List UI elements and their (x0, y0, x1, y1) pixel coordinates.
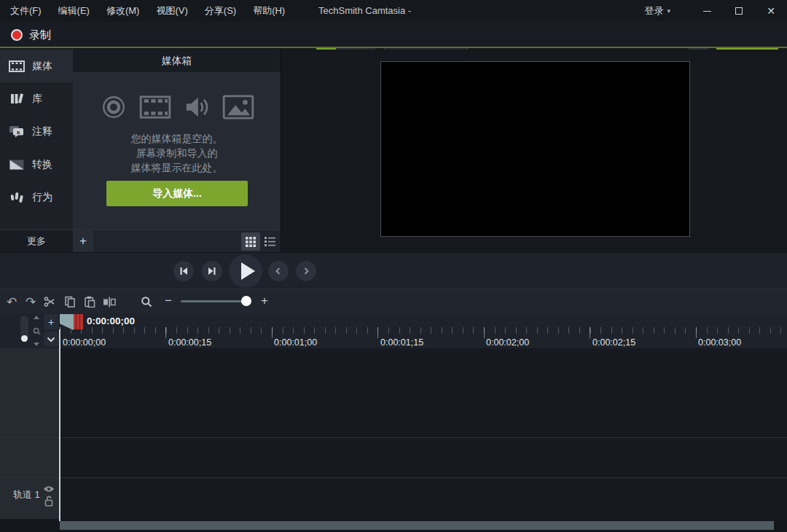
camtasia-window: 文件(F) 编辑(E) 修改(M) 视图(V) 分享(S) 帮助(H) Tech… (0, 0, 787, 532)
image-icon (222, 95, 254, 120)
more-label: 更多 (27, 235, 46, 248)
preview-canvas (380, 61, 690, 237)
ruler-label-2: 0:00:01;00 (274, 337, 317, 348)
audio-icon (183, 94, 211, 120)
undo-button[interactable]: ↶ (2, 289, 21, 314)
menu-modify[interactable]: 修改(M) (106, 4, 140, 17)
redo-icon: ↷ (26, 294, 36, 310)
record-circle-icon (100, 93, 128, 121)
media-bin-panel: 媒体箱 您的媒体箱是空的。 屏幕录制和导入的 媒体将显示在此处。 导入媒体...… (73, 50, 281, 252)
decrease-track-height-icon[interactable] (34, 343, 39, 346)
annotations-icon: a (8, 125, 26, 138)
import-media-label: 导入媒体... (152, 187, 202, 200)
menu-view[interactable]: 视图(V) (156, 4, 187, 17)
ruler-major-ticks (60, 327, 787, 338)
add-media-button[interactable]: + (73, 230, 93, 252)
empty-text-line3: 媒体将显示在此处。 (73, 160, 281, 175)
play-button[interactable] (229, 254, 262, 288)
timeline-zoom-out-button[interactable]: − (160, 289, 177, 313)
split-icon (103, 297, 116, 308)
main-area: 媒体 库 a 注释 转换 (0, 50, 787, 252)
sidebar-item-annotations[interactable]: a 注释 (0, 115, 73, 148)
collapse-tracks-button[interactable] (44, 332, 58, 347)
play-icon (241, 262, 255, 280)
canvas-area (281, 50, 787, 252)
import-media-button[interactable]: 导入媒体... (106, 181, 248, 206)
track-divider (0, 477, 787, 478)
login-button[interactable]: 登录 ▾ (644, 0, 670, 22)
horizontal-scrollbar (0, 519, 787, 532)
eye-icon (43, 485, 55, 493)
filmstrip-icon (139, 95, 171, 120)
lock-open-icon (44, 496, 53, 506)
media-bin-empty-text: 您的媒体箱是空的。 屏幕录制和导入的 媒体将显示在此处。 (73, 131, 281, 175)
playhead-grip[interactable] (74, 314, 83, 329)
sidebar-more-button[interactable]: 更多 (0, 230, 73, 252)
ruler-strip[interactable]: 0:00:00;00 0:00:00;15 0:00:01;00 0:00:01… (60, 313, 787, 348)
track-height-handle[interactable] (21, 335, 28, 342)
ruler-label-1: 0:00:00;15 (168, 337, 211, 348)
timeline-zoom-handle[interactable] (241, 296, 251, 306)
track1-lock-toggle[interactable] (44, 496, 53, 506)
transitions-icon (8, 160, 26, 170)
timeline-zoom-in-button[interactable]: + (256, 289, 273, 313)
minimize-button[interactable] (691, 0, 723, 22)
sidebar-item-behaviors[interactable]: 行为 (0, 181, 73, 214)
ruler-label-3: 0:00:01;15 (380, 337, 423, 348)
main-toolbar: 录制 22% 分享 (0, 22, 787, 48)
menu-help[interactable]: 帮助(H) (253, 4, 285, 17)
toolbar-accent-line (0, 47, 787, 48)
step-forward-icon (208, 267, 216, 275)
menu-file[interactable]: 文件(F) (10, 4, 42, 17)
step-back-button[interactable] (173, 261, 194, 281)
caret-down-icon: ▾ (667, 7, 670, 15)
timeline-tracks: 轨道 1 (0, 348, 787, 519)
paste-button[interactable] (80, 289, 99, 314)
maximize-icon (735, 7, 743, 15)
library-icon (8, 93, 26, 105)
ruler-label-4: 0:00:02;00 (486, 337, 529, 348)
sidebar-item-transitions[interactable]: 转换 (0, 148, 73, 181)
record-label: 录制 (29, 28, 51, 42)
track1-visibility-toggle[interactable] (43, 485, 55, 493)
minimize-icon (703, 11, 711, 12)
maximize-button[interactable] (723, 0, 755, 22)
playhead-line[interactable] (59, 329, 60, 521)
sidebar: 媒体 库 a 注释 转换 (0, 50, 73, 252)
split-button[interactable] (100, 289, 119, 314)
timeline-left-controls: + (0, 313, 60, 348)
menu-edit[interactable]: 编辑(E) (58, 4, 90, 17)
magnifier-icon (141, 296, 152, 308)
empty-text-line1: 您的媒体箱是空的。 (73, 131, 281, 146)
ruler-label-6: 0:00:03;00 (698, 337, 741, 348)
track1-name[interactable]: 轨道 1 (13, 488, 40, 501)
cut-icon (44, 296, 55, 308)
sidebar-item-media[interactable]: 媒体 (0, 50, 73, 82)
jump-forward-button[interactable] (296, 261, 316, 281)
list-view-icon (265, 237, 275, 246)
timeline-zoom-slider[interactable] (181, 300, 249, 302)
cut-button[interactable] (40, 289, 59, 314)
copy-button[interactable] (60, 289, 79, 314)
increase-track-height-icon[interactable] (34, 316, 39, 319)
playback-bar: 00:00 / 00:00 30 fps 属性 (0, 252, 787, 289)
list-view-button[interactable] (260, 232, 279, 251)
sidebar-item-library[interactable]: 库 (0, 82, 73, 115)
sidebar-label-transitions: 转换 (32, 158, 52, 171)
timeline-zoom-button[interactable] (137, 289, 156, 314)
redo-button[interactable]: ↷ (21, 289, 40, 314)
horizontal-scrollbar-thumb[interactable] (60, 521, 774, 530)
add-track-button[interactable]: + (44, 314, 58, 329)
playhead-time-label: 0:00:00;00 (87, 316, 135, 326)
jump-back-button[interactable] (268, 261, 289, 281)
menu-share[interactable]: 分享(S) (205, 4, 236, 17)
step-forward-button[interactable] (202, 261, 222, 281)
media-bin-empty-icons (73, 93, 281, 121)
record-button[interactable]: 录制 (7, 22, 55, 48)
timeline-ruler[interactable]: 0:00:00;00 0:00:00;15 0:00:01;00 0:00:01… (0, 313, 787, 348)
chevron-right-icon (302, 267, 310, 275)
grid-view-button[interactable] (241, 232, 260, 251)
close-button[interactable]: ✕ (755, 0, 787, 22)
window-title: TechSmith Camtasia - (318, 0, 411, 22)
media-bin-title: 媒体箱 (73, 50, 281, 72)
